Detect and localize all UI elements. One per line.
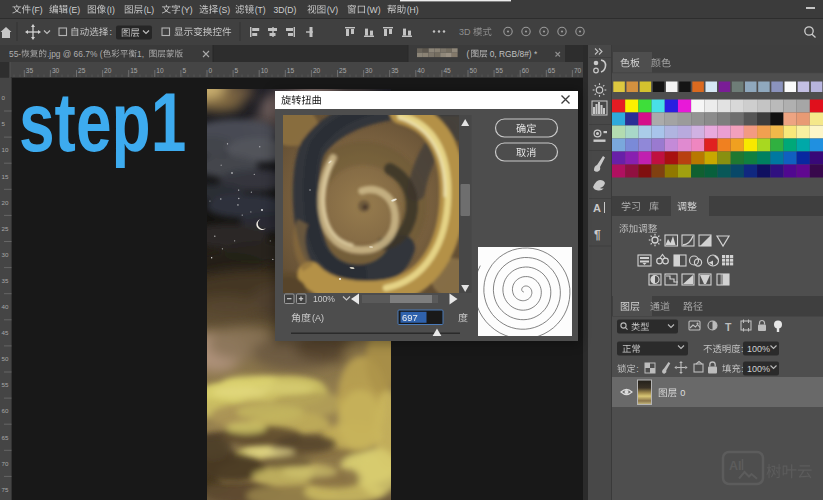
- svg-text:70: 70: [2, 460, 9, 467]
- svg-text:¶: ¶: [594, 228, 601, 242]
- svg-text:55-: 55-: [9, 49, 21, 59]
- svg-text:65: 65: [548, 67, 556, 74]
- svg-text:55: 55: [2, 381, 9, 388]
- svg-text:45: 45: [2, 329, 9, 336]
- svg-text::: :: [109, 27, 112, 37]
- svg-text:15: 15: [130, 67, 138, 74]
- svg-text:5: 5: [235, 67, 239, 74]
- svg-text:(W): (W): [367, 5, 381, 15]
- svg-text:100%: 100%: [313, 294, 335, 304]
- svg-text:60: 60: [2, 407, 9, 414]
- svg-text:35: 35: [26, 67, 34, 74]
- svg-text:35: 35: [391, 67, 399, 74]
- svg-text:75: 75: [2, 486, 9, 493]
- svg-text:(T): (T): [255, 5, 266, 15]
- svg-text:3D: 3D: [459, 27, 471, 37]
- svg-text:50: 50: [470, 67, 478, 74]
- svg-text:35: 35: [2, 277, 9, 284]
- svg-text:20: 20: [104, 67, 112, 74]
- svg-text:40: 40: [2, 303, 9, 310]
- svg-text:30: 30: [52, 67, 60, 74]
- svg-text:10: 10: [2, 146, 9, 153]
- svg-text:(F): (F): [32, 5, 43, 15]
- svg-text:T: T: [725, 321, 732, 333]
- svg-text:100%: 100%: [747, 344, 770, 354]
- svg-text:10: 10: [261, 67, 269, 74]
- svg-text:50: 50: [2, 355, 9, 362]
- svg-text:25: 25: [339, 67, 347, 74]
- svg-text:40: 40: [417, 67, 425, 74]
- svg-text:15: 15: [287, 67, 295, 74]
- svg-text:20: 20: [2, 199, 9, 206]
- svg-text:3D(D): 3D(D): [274, 5, 297, 15]
- svg-text:(A): (A): [312, 313, 324, 323]
- svg-text:(: (: [467, 49, 470, 59]
- svg-text:(V): (V): [327, 5, 339, 15]
- svg-text:30: 30: [365, 67, 373, 74]
- svg-text:step1: step1: [19, 76, 186, 169]
- svg-text:A: A: [593, 202, 601, 214]
- svg-text:0: 0: [2, 94, 6, 101]
- svg-text:(E): (E): [69, 5, 81, 15]
- svg-text:30: 30: [2, 251, 9, 258]
- svg-text:25: 25: [2, 225, 9, 232]
- svg-text:0, RGB/8#) *: 0, RGB/8#) *: [490, 49, 538, 59]
- svg-text:15: 15: [2, 173, 9, 180]
- svg-text:(H): (H): [407, 5, 419, 15]
- svg-text:55: 55: [496, 67, 504, 74]
- svg-text:(S): (S): [219, 5, 231, 15]
- svg-text:25: 25: [78, 67, 86, 74]
- svg-text:(L): (L): [144, 5, 155, 15]
- svg-text:5: 5: [2, 120, 6, 127]
- svg-text:.jpg @ 66.7% (: .jpg @ 66.7% (: [47, 49, 103, 59]
- svg-text:(I): (I): [107, 5, 115, 15]
- svg-text:0: 0: [680, 388, 685, 398]
- svg-text:65: 65: [2, 434, 9, 441]
- svg-text:0: 0: [209, 67, 213, 74]
- svg-text:45: 45: [443, 67, 451, 74]
- svg-text:20: 20: [313, 67, 321, 74]
- svg-text:(Y): (Y): [181, 5, 193, 15]
- svg-text:1,: 1,: [137, 49, 144, 59]
- svg-text:5: 5: [182, 67, 186, 74]
- svg-text:697: 697: [402, 312, 418, 323]
- svg-text:10: 10: [156, 67, 164, 74]
- svg-text:70: 70: [574, 67, 582, 74]
- svg-text:60: 60: [522, 67, 530, 74]
- svg-text:100%: 100%: [747, 364, 770, 374]
- svg-text:AI: AI: [729, 459, 742, 473]
- svg-text::: :: [636, 364, 639, 374]
